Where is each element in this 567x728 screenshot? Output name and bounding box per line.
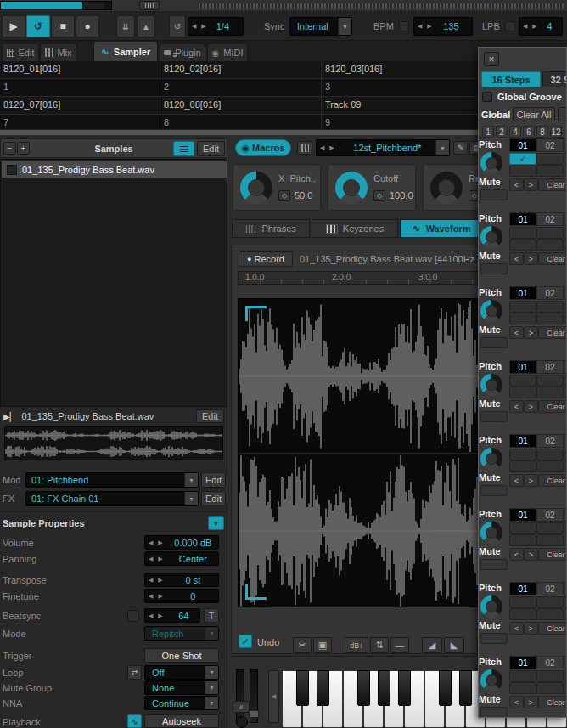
step-button[interactable] <box>536 449 564 460</box>
loop-start-marker-bottom[interactable] <box>245 584 267 600</box>
pattern-matrix-cell[interactable]: 8120_01[016] <box>0 61 160 78</box>
bpm-checkbox[interactable] <box>399 21 409 31</box>
step-button[interactable] <box>509 239 536 251</box>
volume-stepper[interactable]: ◀ ▶ 0.000 dB <box>144 535 219 550</box>
clear-button[interactable]: Clear <box>538 326 567 339</box>
adjust-gain-button[interactable]: dB↕ <box>345 637 368 653</box>
mute-button[interactable] <box>480 707 508 718</box>
dc-offset-button[interactable]: — <box>390 637 409 653</box>
sample-overview[interactable] <box>4 426 223 460</box>
sample-list-view-button[interactable] <box>173 141 194 156</box>
tab-32-steps[interactable]: 32 Steps <box>542 71 567 87</box>
shift-left-button[interactable]: < <box>509 400 524 413</box>
step-count-button[interactable]: 12 <box>550 126 562 138</box>
shift-right-button[interactable]: > <box>524 400 538 413</box>
step-button[interactable] <box>564 165 567 177</box>
step-button[interactable] <box>509 387 536 398</box>
block-pitch-knob[interactable] <box>480 522 502 544</box>
step-button[interactable] <box>536 608 564 620</box>
shift-right-button[interactable]: > <box>524 548 538 561</box>
mute-button[interactable] <box>480 263 508 274</box>
loop-dropdown[interactable]: Off ▼ <box>144 665 219 680</box>
mode-dropdown[interactable]: Repitch ▼ <box>144 626 219 641</box>
step-button[interactable] <box>564 301 567 313</box>
clear-button[interactable]: Clear <box>538 178 567 191</box>
bend-reset-button[interactable]: -//- <box>233 701 250 713</box>
step-button[interactable]: ✓ <box>509 153 536 165</box>
shift-right-button[interactable]: > <box>524 474 538 487</box>
step-button[interactable] <box>536 682 564 694</box>
step-button[interactable] <box>536 239 564 251</box>
piano-black-key[interactable] <box>459 670 472 706</box>
remove-sample-button[interactable]: − <box>3 142 16 155</box>
nna-dropdown[interactable]: Continue ▼ <box>144 696 219 710</box>
pattern-matrix-cell[interactable]: 3 <box>322 79 483 96</box>
step-button[interactable] <box>536 460 564 472</box>
step-button[interactable] <box>564 522 567 534</box>
piano-black-key[interactable] <box>378 670 390 706</box>
step-button[interactable] <box>564 227 567 239</box>
step-button[interactable] <box>536 596 564 608</box>
record-button[interactable]: ● <box>76 15 99 37</box>
step-column-header[interactable]: 01 <box>509 212 536 226</box>
sample-select-box[interactable] <box>7 165 17 175</box>
step-button[interactable] <box>564 460 567 472</box>
preset-rename-button[interactable]: ✎ <box>453 141 468 155</box>
pitchbend-slider[interactable] <box>236 669 244 723</box>
sample-list-item[interactable]: 01_135_Prodigy Bass Beat.wav <box>2 161 227 178</box>
shift-left-button[interactable]: < <box>509 548 524 561</box>
sample-record-button[interactable]: ● Record <box>239 251 293 267</box>
step-column-header[interactable]: 02 <box>536 434 564 448</box>
step-column-header[interactable]: 03 <box>564 212 567 226</box>
step-button[interactable] <box>536 165 564 177</box>
xpitch-map-button[interactable]: ◇ <box>278 190 290 201</box>
step-button[interactable] <box>564 375 567 387</box>
step-button[interactable] <box>564 670 567 682</box>
follow-pattern-button[interactable]: ⇊ <box>116 15 135 37</box>
pattern-matrix-cell[interactable]: 2 <box>160 79 322 96</box>
shift-right-button[interactable]: > <box>524 622 538 635</box>
clear-button[interactable]: Clear <box>538 696 567 708</box>
mod-dropdown[interactable]: 01: Pitchbend ▼ <box>25 472 199 488</box>
loop-start-marker-top[interactable] <box>245 306 267 321</box>
play-button[interactable]: ▶ <box>2 15 25 37</box>
fx-edit-button[interactable]: Edit <box>201 491 226 506</box>
trim-button[interactable]: ▣ <box>313 637 332 653</box>
oneshot-button[interactable]: One-Shot <box>144 648 219 663</box>
clear-button[interactable]: Clear <box>538 252 567 265</box>
step-column-header[interactable]: 02 <box>536 582 564 595</box>
step-count-button[interactable]: 1 <box>482 126 494 138</box>
beatsync-checkbox[interactable] <box>127 610 139 622</box>
shift-left-button[interactable]: < <box>509 326 524 339</box>
step-button[interactable] <box>564 239 567 251</box>
fx-dropdown[interactable]: 01: FX Chain 01 ▼ <box>25 491 199 506</box>
step-count-button[interactable]: 4 <box>509 126 521 138</box>
macro-bars-button[interactable] <box>297 141 312 155</box>
beatsync-stepper[interactable]: ◀ ▶ 64 <box>144 608 200 623</box>
step-button[interactable] <box>564 596 567 608</box>
step-column-header[interactable]: 01 <box>509 138 536 152</box>
tab-plugin[interactable]: Plugin <box>160 43 205 61</box>
step-column-header[interactable]: 01 <box>509 360 536 374</box>
step-button[interactable] <box>564 153 567 165</box>
block-loop-button[interactable]: ↺ <box>169 15 186 37</box>
autoseek-icon-button[interactable]: ∿ <box>127 714 142 728</box>
mute-group-dropdown[interactable]: None ▼ <box>144 680 219 695</box>
step-column-header[interactable]: 02 <box>536 656 564 669</box>
panning-stepper[interactable]: ◀ ▶ Center <box>144 551 219 566</box>
global-groove-checkbox[interactable] <box>482 92 492 102</box>
step-button[interactable] <box>536 534 564 546</box>
tab-16-steps[interactable]: 16 Steps <box>481 71 541 87</box>
step-column-header[interactable]: 01 <box>509 582 536 595</box>
xpitch-knob[interactable] <box>240 172 272 204</box>
step-button[interactable] <box>509 608 536 620</box>
step-column-header[interactable]: 02 <box>536 286 564 300</box>
fade-out-button[interactable]: ◣ <box>444 637 464 653</box>
mod-edit-button[interactable]: Edit <box>201 472 226 488</box>
step-button[interactable] <box>564 313 567 324</box>
normalize-button[interactable]: ⇅ <box>370 637 389 653</box>
transpose-stepper[interactable]: ◀ ▶ 0 st <box>144 573 219 587</box>
step-column-header[interactable]: 03 <box>564 434 567 448</box>
modwheel-handle[interactable] <box>249 710 259 718</box>
block-pitch-knob[interactable] <box>480 226 502 248</box>
